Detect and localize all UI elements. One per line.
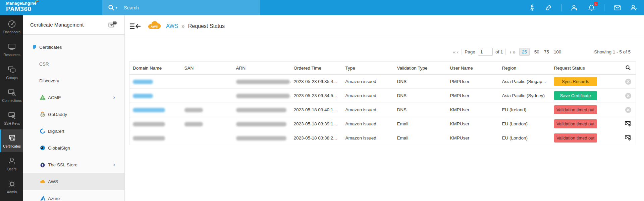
sidebar-item-resources[interactable]: Resources <box>0 38 23 61</box>
redacted-arn <box>236 80 290 84</box>
main-content: AWS AWS » Request Status « ‹ Page of 1 ›… <box>125 15 644 201</box>
sidebar-item-acme[interactable]: ACME › <box>23 89 124 106</box>
redacted-domain-link <box>133 122 165 126</box>
column-header-user-name[interactable]: User Name <box>447 62 499 75</box>
request-status-badge[interactable]: Validation timed out <box>554 133 597 143</box>
breadcrumb-bar: AWS AWS » Request Status <box>125 15 644 37</box>
request-status-badge[interactable]: Validation timed out <box>554 119 597 128</box>
link-icon[interactable] <box>545 4 553 12</box>
column-header-validation-type[interactable]: Validation Type <box>394 62 447 75</box>
cell-user-name: PMPUser <box>447 75 499 89</box>
table-body: 2023-05-23 09:35:4...Amazon issuedDNSPMP… <box>129 75 636 145</box>
table-search-icon[interactable] <box>621 62 636 75</box>
request-status-badge[interactable]: Sync Records <box>554 77 597 86</box>
resend-mail-icon[interactable] <box>625 134 632 141</box>
table-header-row: Domain NameSANARNOrdered TimeTypeValidat… <box>129 62 636 75</box>
next-page-button[interactable]: › <box>508 49 512 55</box>
sidebar-item-globalsign[interactable]: GlobalSign <box>23 139 124 156</box>
cell-ordered-time: 2023-05-23 09:35:4... <box>290 75 342 89</box>
mail-icon[interactable] <box>613 4 621 12</box>
sidebar-item-admin[interactable]: Admin <box>0 175 23 198</box>
column-header-arn[interactable]: ARN <box>233 62 290 75</box>
cell-domain-name <box>129 117 181 131</box>
rail-label: Users <box>7 167 16 171</box>
user-star-icon[interactable] <box>571 4 579 12</box>
search-scope-caret-icon[interactable]: ▾ <box>116 6 117 9</box>
column-header-san[interactable]: SAN <box>181 62 233 75</box>
dismiss-icon[interactable]: ✕ <box>625 93 631 99</box>
rocket-icon[interactable] <box>528 4 536 12</box>
cell-request-status: Validation timed out <box>551 117 621 131</box>
cell-request-status: Save Certificate <box>551 89 621 103</box>
sidebar-item-groups[interactable]: Groups <box>0 61 23 84</box>
sidebar-item-aws[interactable]: AWS <box>23 173 124 190</box>
cell-region: EU (Ireland) <box>499 103 551 117</box>
user-menu-icon[interactable] <box>630 4 638 12</box>
sidebar-item-dashboard[interactable]: Dashboard <box>0 15 23 38</box>
page-size-50[interactable]: 50 <box>534 49 539 54</box>
card-feedback-icon[interactable] <box>108 21 117 28</box>
chevron-right-icon[interactable]: › <box>113 94 115 101</box>
sidebar-item-the-ssl-store[interactable]: The SSL Store › <box>23 156 124 173</box>
sidebar-item-label: DigiCert <box>48 129 64 134</box>
prev-page-button[interactable]: ‹ <box>456 49 459 55</box>
bell-icon[interactable]: ! <box>587 4 595 12</box>
cell-san <box>181 103 233 117</box>
sidebar-item-label: Discovery <box>39 78 59 83</box>
sidebar-collapse-icon[interactable] <box>129 22 141 30</box>
page-size-100[interactable]: 100 <box>554 49 561 54</box>
cell-region: EU (London) <box>499 131 551 145</box>
brand-company: ManageEngine <box>6 1 37 6</box>
sidebar-item-connections[interactable]: Connections <box>0 84 23 107</box>
breadcrumb-separator: » <box>181 23 184 29</box>
redacted-san <box>184 122 203 126</box>
sidebar-item-label: GoDaddy <box>48 112 67 117</box>
cell-validation-type: DNS <box>394 75 447 89</box>
last-page-button[interactable]: » <box>512 49 516 55</box>
breadcrumb: AWS » Request Status <box>166 23 225 29</box>
resend-mail-icon[interactable] <box>625 120 632 127</box>
monitor-icon <box>7 42 16 51</box>
sidebar-item-ssh-keys[interactable]: SSH Keys <box>0 107 23 129</box>
certificate-sidebar: Certificate Management Certificates CSR … <box>23 15 125 201</box>
cell-domain-name <box>129 75 181 89</box>
column-header-ordered-time[interactable]: Ordered Time <box>290 62 342 75</box>
sidebar-item-godaddy[interactable]: GoDaddy <box>23 106 124 123</box>
sidebar-item-users[interactable]: Users <box>0 152 23 175</box>
rail-label: Groups <box>6 76 17 80</box>
dismiss-icon[interactable]: ✕ <box>625 107 631 113</box>
redacted-domain-link[interactable] <box>133 94 153 98</box>
page-size-25[interactable]: 25 <box>519 48 530 56</box>
sidebar-item-label: Azure <box>48 196 60 201</box>
godaddy-icon <box>40 111 46 117</box>
column-header-request-status[interactable]: Request Status <box>551 62 621 75</box>
sidebar-item-certificates[interactable]: Certificates <box>0 129 23 152</box>
chevron-right-icon[interactable]: › <box>113 161 115 168</box>
request-status-badge[interactable]: Validation timed out <box>554 105 597 114</box>
redacted-domain-link <box>133 136 165 140</box>
sidebar-item-discovery[interactable]: Discovery <box>23 72 124 89</box>
sidebar-menu: Certificates CSR Discovery ACME › GoDadd… <box>23 35 124 201</box>
sidebar-item-certificates-page[interactable]: Certificates <box>23 39 124 55</box>
dismiss-icon[interactable]: ✕ <box>625 79 631 85</box>
request-status-badge[interactable]: Save Certificate <box>554 91 597 100</box>
page-number-input[interactable] <box>478 48 493 56</box>
cell-region: Asia Pacific (Sydney) <box>499 89 551 103</box>
column-header-domain-name[interactable]: Domain Name <box>129 62 181 75</box>
table-row: 2023-05-18 03:40:1...Amazon issuedDNSKMP… <box>129 103 636 117</box>
remote-connection-icon <box>7 88 16 97</box>
sidebar-item-digicert[interactable]: DigiCert <box>23 123 124 139</box>
cell-validation-type: DNS <box>394 103 447 117</box>
search-icon[interactable]: ▾ <box>108 4 117 11</box>
column-header-type[interactable]: Type <box>342 62 394 75</box>
page-size-75[interactable]: 75 <box>544 49 549 54</box>
global-search[interactable]: ▾ Search <box>102 0 260 15</box>
breadcrumb-provider-link[interactable]: AWS <box>166 23 178 29</box>
page-of-label: of 1 <box>495 49 503 54</box>
sidebar-item-csr[interactable]: CSR <box>23 55 124 72</box>
column-header-region[interactable]: Region <box>499 62 551 75</box>
first-page-button[interactable]: « <box>452 49 456 55</box>
redacted-domain-link[interactable] <box>133 108 165 112</box>
redacted-domain-link[interactable] <box>133 80 153 84</box>
sidebar-item-azure[interactable]: Azure <box>23 190 124 201</box>
